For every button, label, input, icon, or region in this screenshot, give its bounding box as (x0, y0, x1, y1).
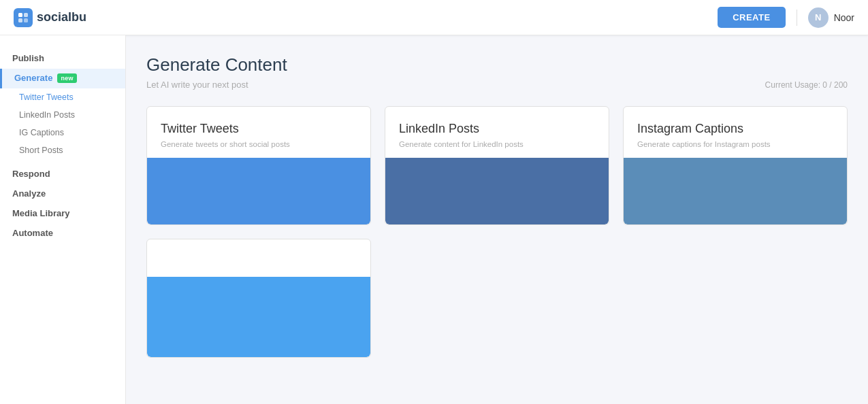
card-linkedin[interactable]: LinkedIn Posts Generate content for Link… (385, 106, 609, 225)
card-linkedin-image (385, 158, 609, 224)
card-twitter-top: Twitter Tweets Generate tweets or short … (147, 107, 370, 158)
create-button[interactable]: CREATE (718, 7, 785, 28)
card-instagram-desc: Generate captions for Instagram posts (637, 140, 833, 148)
logo[interactable]: socialbu (14, 8, 86, 27)
cards-row2 (146, 239, 848, 358)
main-layout: Publish Generate new Twitter Tweets Link… (0, 35, 868, 404)
card-linkedin-title: LinkedIn Posts (399, 122, 595, 136)
card-linkedin-top: LinkedIn Posts Generate content for Link… (385, 107, 609, 158)
card-instagram-top: Instagram Captions Generate captions for… (624, 107, 847, 158)
sidebar-item-analyze[interactable]: Analyze (0, 184, 125, 204)
svg-rect-3 (24, 18, 28, 22)
content-area: Generate Content Let AI write your next … (126, 35, 868, 404)
card-short-top (147, 239, 370, 277)
sidebar: Publish Generate new Twitter Tweets Link… (0, 35, 126, 404)
svg-rect-0 (18, 13, 22, 17)
sidebar-item-ig-captions[interactable]: IG Captions (0, 124, 125, 141)
logo-icon (14, 8, 33, 27)
card-linkedin-desc: Generate content for LinkedIn posts (399, 140, 595, 148)
card-twitter-title: Twitter Tweets (161, 122, 357, 136)
navbar-right: CREATE N Noor (718, 7, 854, 28)
logo-text: socialbu (37, 10, 86, 24)
card-short-image (147, 277, 370, 357)
page-title: Generate Content (146, 54, 848, 75)
sidebar-generate-label: Generate (14, 73, 52, 83)
card-instagram-image (624, 158, 847, 224)
svg-rect-1 (24, 13, 28, 17)
navbar: socialbu CREATE N Noor (0, 0, 868, 35)
svg-rect-2 (18, 18, 22, 22)
card-instagram[interactable]: Instagram Captions Generate captions for… (623, 106, 848, 225)
avatar: N (808, 7, 829, 28)
card-instagram-title: Instagram Captions (637, 122, 833, 136)
navbar-divider (797, 10, 797, 26)
new-badge: new (57, 73, 76, 83)
usage-info: Current Usage: 0 / 200 (146, 80, 848, 90)
sidebar-item-publish[interactable]: Publish (0, 49, 125, 69)
card-twitter-image (147, 158, 370, 224)
cards-grid: Twitter Tweets Generate tweets or short … (146, 106, 848, 225)
sidebar-item-generate[interactable]: Generate new (0, 69, 125, 88)
sidebar-item-linkedin-posts[interactable]: LinkedIn Posts (0, 106, 125, 124)
card-twitter-desc: Generate tweets or short social posts (161, 140, 357, 148)
card-short[interactable] (146, 239, 371, 358)
sidebar-item-short-posts[interactable]: Short Posts (0, 141, 125, 159)
sidebar-item-respond[interactable]: Respond (0, 165, 125, 184)
sidebar-item-automate[interactable]: Automate (0, 224, 125, 243)
sidebar-item-twitter-tweets[interactable]: Twitter Tweets (0, 88, 125, 106)
user-menu[interactable]: N Noor (808, 7, 854, 28)
card-twitter[interactable]: Twitter Tweets Generate tweets or short … (146, 106, 371, 225)
user-name: Noor (834, 12, 854, 23)
sidebar-item-media-library[interactable]: Media Library (0, 204, 125, 224)
